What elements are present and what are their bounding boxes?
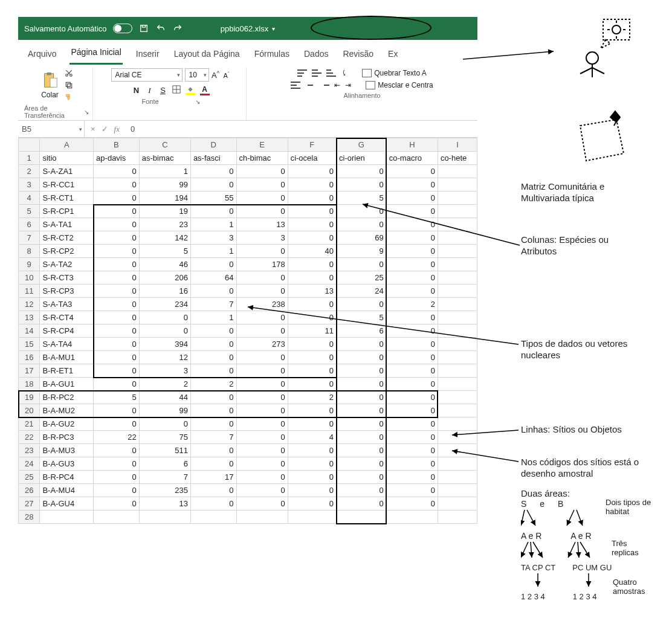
cell[interactable]: 5	[139, 245, 190, 258]
cell[interactable]: 0	[94, 231, 140, 245]
cell[interactable]: 0	[288, 484, 336, 497]
align-middle-icon[interactable]	[312, 69, 321, 77]
font-name-select[interactable]: Arial CE ▾	[111, 68, 183, 82]
cell[interactable]: 0	[386, 258, 438, 271]
tab-formulas[interactable]: Fórmulas	[253, 47, 291, 65]
cell[interactable]	[438, 364, 477, 378]
cell[interactable]	[438, 285, 477, 298]
cell[interactable]: 0	[288, 271, 336, 285]
cell[interactable]: 13	[236, 218, 288, 231]
tab-dados[interactable]: Dados	[303, 47, 329, 65]
cell[interactable]: 5	[94, 391, 140, 404]
clipboard-launcher-icon[interactable]: ↘	[84, 109, 89, 115]
row-header[interactable]: 22	[19, 431, 40, 444]
cell[interactable]: 0	[190, 285, 236, 298]
cell[interactable]: 0	[386, 391, 438, 404]
cell[interactable]: 0	[190, 391, 236, 404]
cell[interactable]: 0	[236, 497, 288, 511]
cell[interactable]: B-R-PC4	[40, 471, 94, 484]
cell[interactable]: 0	[190, 444, 236, 457]
increase-font-icon[interactable]: A^	[212, 70, 220, 80]
cell[interactable]: B-A-MU2	[40, 404, 94, 417]
cell[interactable]: sitio	[40, 152, 94, 165]
cell[interactable]: 55	[190, 192, 236, 205]
row-header[interactable]: 12	[19, 298, 40, 311]
cell[interactable]: 2	[288, 391, 336, 404]
underline-button[interactable]: S	[159, 86, 167, 95]
cell[interactable]: S-R-CP2	[40, 245, 94, 258]
font-color-button[interactable]: A	[200, 85, 210, 95]
paste-button[interactable]: Colar	[40, 71, 60, 99]
cell[interactable]: 0	[139, 311, 190, 324]
cell[interactable]: 0	[190, 205, 236, 218]
cell[interactable]: S-R-CC1	[40, 178, 94, 192]
cell[interactable]: 394	[139, 338, 190, 351]
select-all-corner[interactable]	[19, 138, 40, 152]
cell[interactable]: 0	[190, 351, 236, 364]
italic-button[interactable]: I	[146, 86, 154, 95]
cell[interactable]: 0	[288, 471, 336, 484]
cell[interactable]: 0	[236, 245, 288, 258]
cell[interactable]	[386, 511, 438, 524]
cell[interactable]	[438, 511, 477, 524]
cell[interactable]: 0	[94, 192, 140, 205]
tab-inserir[interactable]: Inserir	[135, 47, 161, 65]
cell[interactable]: 0	[139, 417, 190, 431]
row-header[interactable]: 15	[19, 338, 40, 351]
row-header[interactable]: 9	[19, 258, 40, 271]
decrease-indent-icon[interactable]: ⇤	[334, 81, 340, 89]
cell[interactable]: 0	[236, 271, 288, 285]
redo-icon[interactable]	[172, 23, 183, 34]
cell[interactable]: 0	[94, 364, 140, 378]
cell[interactable]: 0	[94, 471, 140, 484]
cell[interactable]: 0	[386, 285, 438, 298]
cell[interactable]: 0	[288, 192, 336, 205]
cell[interactable]: 0	[386, 364, 438, 378]
cell[interactable]: 0	[236, 364, 288, 378]
cell[interactable]: 0	[337, 178, 387, 192]
col-header-B[interactable]: B	[94, 138, 140, 152]
cell[interactable]: 0	[94, 378, 140, 391]
name-box[interactable]: B5 ▾	[18, 121, 85, 137]
row-header[interactable]: 20	[19, 404, 40, 417]
cell[interactable]: 0	[288, 417, 336, 431]
cell[interactable]: 0	[337, 417, 387, 431]
cell[interactable]: 0	[288, 218, 336, 231]
cell[interactable]: 0	[236, 285, 288, 298]
cell[interactable]: 0	[94, 165, 140, 178]
cell[interactable]: 0	[337, 457, 387, 471]
col-header-A[interactable]: A	[40, 138, 94, 152]
cell[interactable]: ci-ocela	[288, 152, 336, 165]
cell[interactable]: 0	[386, 165, 438, 178]
cell[interactable]: 3	[139, 364, 190, 378]
cell[interactable]: 0	[386, 178, 438, 192]
row-header[interactable]: 8	[19, 245, 40, 258]
cell[interactable]: 0	[337, 484, 387, 497]
align-center-icon[interactable]	[305, 82, 315, 89]
cell[interactable]: S-A-ZA1	[40, 165, 94, 178]
cell[interactable]: 0	[236, 378, 288, 391]
cell[interactable]: 0	[94, 497, 140, 511]
cell[interactable]: 0	[288, 378, 336, 391]
cell[interactable]: 1	[139, 165, 190, 178]
col-header-H[interactable]: H	[386, 138, 438, 152]
cell[interactable]: 7	[190, 298, 236, 311]
cell[interactable]: B-R-ET1	[40, 364, 94, 378]
cell[interactable]: as-bimac	[139, 152, 190, 165]
row-header[interactable]: 5	[19, 205, 40, 218]
cell[interactable]: 0	[190, 364, 236, 378]
decrease-font-icon[interactable]: Aˇ	[222, 71, 231, 79]
cell[interactable]	[40, 511, 94, 524]
cell[interactable]: co-macro	[386, 152, 438, 165]
cell[interactable]: 0	[190, 457, 236, 471]
cell[interactable]: 0	[190, 417, 236, 431]
align-left-icon[interactable]	[291, 82, 300, 89]
copy-icon[interactable]	[64, 80, 74, 90]
save-icon[interactable]	[138, 23, 149, 34]
cell[interactable]	[438, 404, 477, 417]
cell[interactable]: 0	[139, 324, 190, 338]
cell[interactable]: 0	[236, 404, 288, 417]
cell[interactable]: 64	[190, 271, 236, 285]
cell[interactable]: 0	[288, 497, 336, 511]
cell[interactable]: 0	[94, 271, 140, 285]
